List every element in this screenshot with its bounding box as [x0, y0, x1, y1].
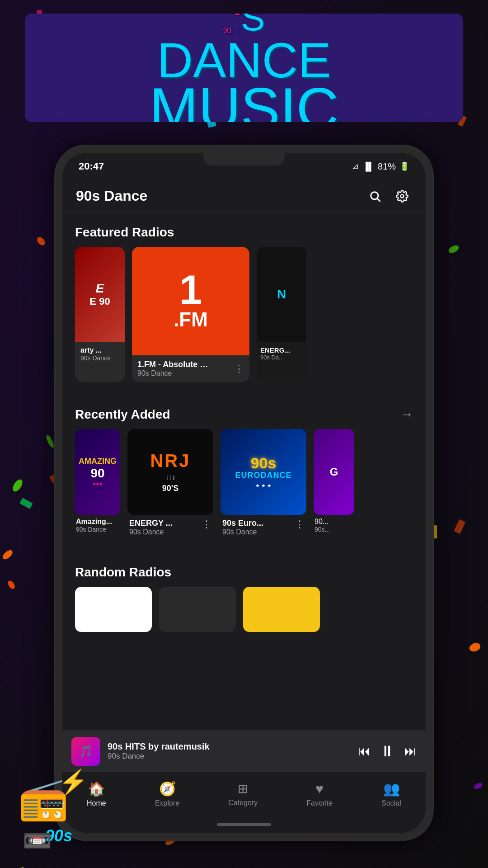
- nav-social-label: Social: [381, 799, 401, 807]
- partial-card-name: arty ...: [80, 346, 119, 354]
- eurodance-name: 90s Euro...: [222, 519, 263, 528]
- status-bar: 20:47 ⊿ ▐▌ 81% 🔋: [62, 153, 426, 180]
- app-content: Featured Radios E E 90 arty ... 90s Danc…: [62, 212, 426, 731]
- recent-card-nrj[interactable]: NRJ ⫿⫿⫿ 90'S ENERGY ... 90s Dance ⋮: [127, 429, 213, 540]
- confetti-piece: [36, 236, 47, 247]
- energy-partial-art: N: [277, 287, 286, 302]
- favorite-icon: ♥: [315, 781, 324, 797]
- energy-partial-genre: 90s Da...: [260, 354, 303, 361]
- random-card-3[interactable]: [243, 587, 320, 632]
- purple-partial-name: 90...: [314, 518, 353, 526]
- now-playing-title: 90s HITS by rautemusik: [108, 741, 351, 752]
- eurodance-genre: 90s Dance: [222, 528, 263, 536]
- partial-card-text2: E 90: [89, 296, 110, 307]
- home-indicator: [62, 816, 426, 833]
- status-time: 20:47: [79, 160, 104, 172]
- partial-card-genre: 90s Dance: [80, 354, 119, 362]
- banner-music: MUSIC: [150, 82, 339, 123]
- nav-social[interactable]: 👥 Social: [381, 781, 401, 807]
- nav-explore-label: Explore: [155, 799, 179, 807]
- now-playing-genre: 90s Dance: [108, 752, 351, 761]
- purple-partial-art: G: [314, 429, 354, 515]
- amazing-partial-genre: 90s Dance: [76, 526, 119, 533]
- signal-icon: ▐▌: [362, 162, 374, 171]
- pause-button[interactable]: ⏸: [380, 742, 395, 760]
- now-playing-info: 90s HITS by rautemusik 90s Dance: [108, 741, 351, 761]
- energy-partial-name: ENERG...: [260, 346, 303, 354]
- phone-notch: [203, 153, 285, 165]
- app-title: 90s Dance: [76, 188, 358, 204]
- eurodance-art: 90s EURODANCE ★ ★ ★: [221, 429, 306, 515]
- nrj-name: ENERGY ...: [129, 519, 173, 528]
- random-radios-header: Random Radios: [62, 552, 426, 587]
- np-art-icon: 🎵: [79, 745, 93, 758]
- home-bar: [217, 823, 271, 826]
- nrj-menu[interactable]: ⋮: [202, 519, 211, 530]
- category-icon: ⊞: [238, 781, 248, 796]
- 1fm-menu-button[interactable]: ⋮: [234, 363, 244, 375]
- explore-icon: 🧭: [159, 781, 176, 797]
- 1fm-name: 1.FM - Absolute 90s Par...: [137, 360, 210, 369]
- confetti-piece: [454, 519, 466, 534]
- featured-radios-header: Featured Radios: [62, 212, 426, 247]
- recently-added-list: AMAZING 90 ●●● Amazing... 90s Dance NRJ: [62, 429, 426, 552]
- recent-card-purple-partial[interactable]: G 90... 90s...: [314, 429, 354, 540]
- settings-button[interactable]: [392, 186, 412, 206]
- cassette-sticker: 📼: [23, 827, 52, 854]
- search-button[interactable]: [365, 186, 385, 206]
- recent-card-eurodance[interactable]: 90s EURODANCE ★ ★ ★ 90s Euro... 90s Danc…: [221, 429, 306, 540]
- featured-radios-list: E E 90 arty ... 90s Dance 1: [62, 247, 426, 395]
- random-card-1[interactable]: [75, 587, 152, 632]
- lightning-sticker: ⚡: [59, 768, 88, 796]
- confetti-piece: [1, 548, 14, 561]
- recently-added-arrow[interactable]: →: [400, 407, 413, 422]
- svg-point-2: [401, 194, 404, 198]
- now-playing-bar[interactable]: 🎵 90s HITS by rautemusik 90s Dance ⏮ ⏸ ⏭: [62, 731, 426, 771]
- confetti-piece: [19, 498, 33, 509]
- 1fm-logo: 1 .FM: [174, 272, 208, 331]
- now-playing-controls: ⏮ ⏸ ⏭: [358, 742, 417, 760]
- battery-indicator: 81%: [378, 161, 396, 172]
- phone-frame: 20:47 ⊿ ▐▌ 81% 🔋 90s Dance: [54, 145, 434, 841]
- home-icon: 🏠: [88, 781, 105, 797]
- nav-home[interactable]: 🏠 Home: [87, 781, 106, 807]
- phone-screen: 20:47 ⊿ ▐▌ 81% 🔋 90s Dance: [62, 153, 426, 833]
- previous-button[interactable]: ⏮: [358, 744, 371, 759]
- featured-card-energy-partial[interactable]: N ENERG... 90s Da...: [257, 247, 306, 382]
- next-button[interactable]: ⏭: [404, 744, 417, 759]
- nav-category-label: Category: [228, 799, 258, 807]
- confetti-piece: [473, 782, 483, 790]
- featured-card-partial-left[interactable]: E E 90 arty ... 90s Dance: [75, 247, 125, 382]
- nav-home-label: Home: [87, 799, 106, 807]
- eurodance-menu[interactable]: ⋮: [295, 519, 305, 530]
- featured-card-1fm[interactable]: 1 .FM 1.FM - Absolute 90s Par... 90s Dan…: [132, 247, 249, 382]
- nav-category[interactable]: ⊞ Category: [228, 781, 258, 807]
- social-icon: 👥: [383, 781, 400, 797]
- recent-card-amazing-partial[interactable]: AMAZING 90 ●●● Amazing... 90s Dance: [75, 429, 120, 540]
- nrj-art: NRJ ⫿⫿⫿ 90'S: [127, 429, 213, 515]
- random-card-2[interactable]: [159, 587, 236, 632]
- svg-line-1: [377, 198, 380, 201]
- partial-card-text1: E: [96, 281, 104, 296]
- confetti-piece: [447, 244, 460, 254]
- confetti-piece: [7, 580, 16, 590]
- confetti-piece: [468, 642, 482, 653]
- purple-partial-genre: 90s...: [314, 526, 353, 533]
- nav-explore[interactable]: 🧭 Explore: [155, 781, 179, 807]
- 1fm-info: 1.FM - Absolute 90s Par... 90s Dance ⋮: [132, 355, 249, 382]
- svg-point-0: [371, 192, 378, 199]
- recently-added-header: Recently Added →: [62, 395, 426, 429]
- phone-outer-shell: 20:47 ⊿ ▐▌ 81% 🔋 90s Dance: [54, 145, 434, 841]
- confetti-piece: [11, 478, 24, 493]
- top-banner: 90'S DANCE MUSIC: [25, 14, 463, 122]
- now-playing-artwork: 🎵: [71, 737, 100, 766]
- 1fm-artwork: 1 .FM: [132, 247, 249, 355]
- featured-radios-title: Featured Radios: [75, 225, 174, 240]
- nav-favorite[interactable]: ♥ Favorite: [306, 781, 333, 807]
- random-radios-list: [62, 587, 426, 641]
- status-icons: ⊿ ▐▌ 81% 🔋: [352, 161, 409, 172]
- nav-favorite-label: Favorite: [306, 799, 333, 807]
- bottom-nav: 🏠 Home 🧭 Explore ⊞ Category ♥ Favorite 👥: [62, 771, 426, 816]
- amazing-partial-name: Amazing...: [76, 518, 119, 526]
- nrj-genre: 90s Dance: [129, 528, 173, 536]
